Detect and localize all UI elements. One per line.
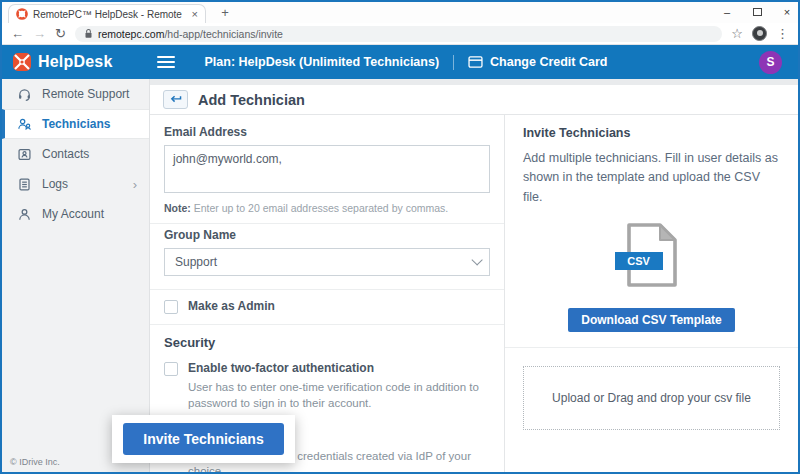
tab-close-icon[interactable]: × (192, 8, 198, 20)
hamburger-menu-icon[interactable] (157, 56, 175, 68)
brand-title: HelpDesk (38, 53, 113, 71)
chevron-down-icon (471, 254, 482, 265)
sidebar-item-my-account[interactable]: My Account (2, 199, 149, 229)
favicon-lifebuoy-icon (16, 8, 28, 20)
main-area: Add Technician Email Address john@myworl… (150, 79, 798, 472)
security-section-title: Security (164, 335, 490, 350)
lock-icon (84, 28, 93, 39)
make-admin-label: Make as Admin (188, 299, 275, 315)
divider (150, 324, 504, 325)
group-name-value: Support (175, 255, 217, 269)
back-arrow-icon (169, 94, 182, 105)
browser-back-icon[interactable]: ← (11, 27, 24, 40)
tab-title: RemotePC™ HelpDesk - Remote (33, 9, 187, 20)
browser-navbar: ← → ↻ remotepc.com/hd-app/technicians/in… (2, 23, 798, 45)
browser-forward-icon[interactable]: → (33, 27, 46, 40)
technicians-icon (17, 117, 32, 132)
bookmark-star-icon[interactable]: ☆ (731, 27, 743, 40)
url-path: /hd-app/technicians/invite (164, 28, 283, 40)
sidebar-item-label: Logs (42, 177, 68, 191)
address-bar[interactable]: remotepc.com/hd-app/technicians/invite (75, 26, 722, 42)
sidebar-item-technicians[interactable]: Technicians (2, 109, 149, 139)
copyright-text: © IDrive Inc. (10, 457, 60, 467)
logs-document-icon (17, 177, 32, 192)
make-admin-row: Make as Admin (164, 290, 490, 324)
header-divider (453, 55, 454, 70)
url-host: remotepc.com (98, 28, 165, 40)
divider (150, 223, 504, 224)
sidebar-item-label: Remote Support (42, 87, 129, 101)
sidebar-item-label: My Account (42, 207, 104, 221)
chevron-right-icon: › (133, 177, 137, 192)
download-csv-template-button[interactable]: Download CSV Template (568, 308, 734, 332)
plan-label: Plan: HelpDesk (Unlimited Technicians) (205, 55, 440, 69)
credit-card-icon (468, 56, 483, 68)
back-button[interactable] (163, 90, 188, 109)
panel-title: Invite Technicians (523, 126, 780, 140)
headset-icon (17, 87, 32, 102)
invite-button-callout: Invite Technicians (112, 415, 295, 463)
email-note: Note: Enter up to 20 email addresses sep… (164, 202, 490, 214)
sidebar-item-contacts[interactable]: Contacts (2, 139, 149, 169)
browser-window: RemotePC™ HelpDesk - Remote × + – × ← → … (0, 0, 800, 474)
sidebar-item-label: Technicians (42, 117, 110, 131)
browser-profile-avatar[interactable] (752, 26, 767, 41)
person-icon (17, 207, 32, 222)
window-minimize-button[interactable]: – (720, 4, 734, 20)
invite-technicians-button[interactable]: Invite Technicians (123, 423, 283, 455)
window-maximize-button[interactable] (750, 4, 764, 20)
email-label: Email Address (164, 125, 490, 139)
note-text: Enter up to 20 email addresses separated… (191, 202, 448, 214)
panel-description: Add multiple technicians. Fill in user d… (523, 149, 780, 207)
note-prefix: Note: (164, 202, 191, 214)
two-factor-description: User has to enter one-time verification … (188, 380, 490, 411)
upload-text: Upload or Drag and drop your csv file (552, 391, 751, 405)
make-admin-checkbox[interactable] (164, 300, 178, 314)
sidebar-item-logs[interactable]: Logs › (2, 169, 149, 199)
change-credit-card-label: Change Credit Card (490, 55, 607, 69)
browser-menu-icon[interactable]: ⋮ (776, 27, 789, 40)
email-input[interactable]: john@myworld.com, (164, 145, 490, 193)
divider (505, 347, 798, 348)
maximize-icon (753, 8, 762, 16)
window-close-button[interactable]: × (780, 4, 794, 20)
group-name-label: Group Name (164, 228, 490, 242)
page-title: Add Technician (198, 92, 305, 108)
change-credit-card-button[interactable]: Change Credit Card (468, 55, 607, 69)
sidebar-item-label: Contacts (42, 147, 89, 161)
sidebar: Remote Support Technicians Contacts (2, 79, 150, 472)
sidebar-item-remote-support[interactable]: Remote Support (2, 79, 149, 109)
contact-card-icon (17, 147, 32, 162)
page-body: Remote Support Technicians Contacts (2, 79, 798, 472)
new-tab-button[interactable]: + (216, 5, 234, 20)
two-factor-row: Enable two-factor authentication User ha… (164, 352, 490, 421)
two-factor-label: Enable two-factor authentication User ha… (188, 361, 490, 412)
invite-technicians-panel: Invite Technicians Add multiple technici… (505, 115, 798, 472)
tab-strip: RemotePC™ HelpDesk - Remote × + – × (2, 2, 798, 23)
user-avatar[interactable]: S (759, 51, 782, 74)
csv-badge: CSV (615, 252, 663, 270)
two-factor-checkbox[interactable] (164, 362, 178, 376)
url-text: remotepc.com/hd-app/technicians/invite (98, 28, 283, 40)
group-name-select[interactable]: Support (164, 248, 490, 276)
main-card: Add Technician Email Address john@myworl… (150, 85, 798, 472)
csv-upload-dropzone[interactable]: Upload or Drag and drop your csv file (523, 366, 780, 430)
page-header-bar: Add Technician (150, 85, 798, 115)
csv-file-graphic: CSV (624, 221, 680, 293)
helpdesk-logo-icon (12, 52, 32, 72)
browser-tab[interactable]: RemotePC™ HelpDesk - Remote × (8, 4, 206, 23)
app-header: HelpDesk Plan: HelpDesk (Unlimited Techn… (2, 45, 798, 79)
browser-reload-icon[interactable]: ↻ (55, 27, 66, 40)
